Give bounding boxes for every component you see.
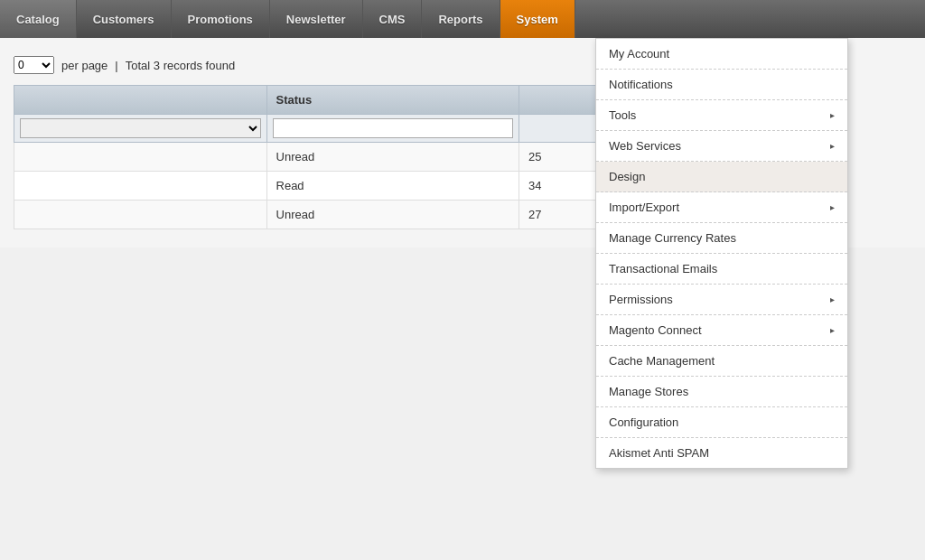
nav-item-customers[interactable]: Customers: [77, 0, 172, 38]
filter-col-empty: [14, 115, 267, 143]
table-row: Read34: [14, 172, 610, 201]
dropdown-item-web-services[interactable]: Web Services▸: [596, 131, 847, 162]
dropdown-item-label: Web Services: [609, 139, 681, 153]
filter-select[interactable]: [20, 118, 261, 138]
submenu-arrow-icon: ▸: [830, 110, 835, 120]
submenu-arrow-icon: ▸: [830, 325, 835, 335]
table-filter-row: [14, 115, 610, 143]
filter-col-status: [266, 115, 519, 143]
per-page-label: per page: [61, 59, 107, 72]
dropdown-item-label: Magento Connect: [609, 323, 702, 337]
dropdown-item-tools[interactable]: Tools▸: [596, 100, 847, 131]
submenu-arrow-icon: ▸: [830, 202, 835, 212]
submenu-arrow-icon: ▸: [830, 141, 835, 151]
cell-status: Unread: [266, 143, 519, 172]
dropdown-item-akismet-anti-spam[interactable]: Akismet Anti SPAM: [596, 438, 847, 468]
dropdown-item-import-export[interactable]: Import/Export▸: [596, 192, 847, 223]
dropdown-item-label: Manage Currency Rates: [609, 231, 736, 245]
main-nav: CatalogCustomersPromotionsNewsletterCMSR…: [0, 0, 925, 38]
cell-empty: [14, 201, 267, 229]
table-row: Unread25: [14, 143, 610, 172]
submenu-arrow-icon: ▸: [830, 294, 835, 304]
dropdown-item-manage-currency-rates[interactable]: Manage Currency Rates: [596, 223, 847, 254]
cell-status: Read: [266, 172, 519, 201]
dropdown-item-magento-connect[interactable]: Magento Connect▸: [596, 315, 847, 346]
dropdown-item-label: Notifications: [609, 78, 673, 91]
dropdown-item-transactional-emails[interactable]: Transactional Emails: [596, 254, 847, 285]
dropdown-item-label: Import/Export: [609, 201, 679, 214]
nav-item-cms[interactable]: CMS: [363, 0, 423, 38]
dropdown-item-label: My Account: [609, 47, 669, 61]
cell-status: Unread: [266, 201, 519, 229]
dropdown-item-design[interactable]: Design: [596, 162, 847, 192]
cell-empty: [14, 143, 267, 172]
dropdown-item-cache-management[interactable]: Cache Management: [596, 346, 847, 377]
system-dropdown-menu: My AccountNotificationsTools▸Web Service…: [595, 38, 848, 469]
dropdown-item-label: Manage Stores: [609, 385, 688, 398]
dropdown-item-label: Permissions: [609, 293, 673, 306]
dropdown-item-manage-stores[interactable]: Manage Stores: [596, 377, 847, 407]
col-header-status: Status: [266, 86, 519, 115]
separator: |: [115, 59, 117, 72]
table-header-row: Status: [14, 86, 610, 115]
dropdown-item-my-account[interactable]: My Account: [596, 39, 847, 70]
nav-item-system[interactable]: System: [500, 0, 575, 38]
filter-input-status[interactable]: [273, 118, 514, 138]
dropdown-item-label: Akismet Anti SPAM: [609, 446, 709, 460]
table-row: Unread27: [14, 201, 610, 229]
nav-item-catalog[interactable]: Catalog: [0, 0, 77, 38]
dropdown-item-label: Cache Management: [609, 354, 715, 368]
nav-item-reports[interactable]: Reports: [422, 0, 500, 38]
nav-item-newsletter[interactable]: Newsletter: [270, 0, 363, 38]
dropdown-item-permissions[interactable]: Permissions▸: [596, 285, 847, 315]
dropdown-item-label: Design: [609, 170, 645, 183]
col-header-empty: [14, 86, 267, 115]
dropdown-item-configuration[interactable]: Configuration: [596, 407, 847, 438]
per-page-select[interactable]: 0 10 20: [14, 56, 54, 74]
dropdown-item-label: Configuration: [609, 415, 678, 429]
cell-empty: [14, 172, 267, 201]
dropdown-item-label: Tools: [609, 108, 636, 122]
data-table: Status Unread25Read34Unread27: [14, 85, 610, 229]
nav-item-promotions[interactable]: Promotions: [172, 0, 270, 38]
dropdown-item-label: Transactional Emails: [609, 262, 717, 275]
dropdown-item-notifications[interactable]: Notifications: [596, 70, 847, 100]
total-records-label: Total 3 records found: [126, 59, 235, 72]
